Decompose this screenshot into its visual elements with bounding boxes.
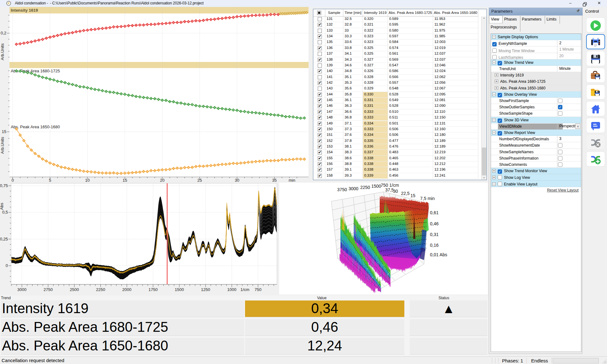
svg-text:1/cm: 1/cm: [241, 287, 249, 292]
svg-text:30: 30: [393, 189, 398, 194]
svg-text:15: 15: [123, 178, 127, 183]
svg-text:Intensity 1619: Intensity 1619: [11, 8, 38, 13]
svg-text:750 1/cm: 750 1/cm: [381, 183, 399, 188]
svg-text:Arb.Units: Arb.Units: [0, 43, 5, 60]
svg-text:35: 35: [272, 178, 277, 183]
svg-text:min: min: [289, 178, 295, 183]
svg-text:1500: 1500: [175, 287, 184, 292]
svg-text:3750: 3750: [337, 187, 347, 192]
svg-text:2250: 2250: [96, 287, 105, 292]
svg-text:2500: 2500: [70, 287, 79, 292]
svg-text:0,61: 0,61: [430, 210, 438, 215]
svg-text:1250: 1250: [201, 287, 210, 292]
svg-text:10: 10: [85, 178, 89, 183]
svg-text:1500: 1500: [371, 184, 381, 189]
svg-text:3000: 3000: [17, 287, 27, 292]
svg-text:0,2: 0,2: [1, 31, 6, 35]
svg-text:0,75: 0,75: [0, 183, 8, 188]
svg-text:15: 15: [2, 129, 6, 134]
svg-text:750: 750: [254, 287, 261, 292]
svg-text:Arb.Units: Arb.Units: [0, 137, 5, 154]
svg-text:1750: 1750: [149, 287, 158, 292]
svg-text:0,5: 0,5: [2, 210, 8, 215]
svg-text:0,01 Abs: 0,01 Abs: [430, 252, 447, 257]
svg-text:0,31: 0,31: [430, 232, 438, 237]
svg-text:0,16: 0,16: [430, 243, 438, 248]
svg-text:15: 15: [410, 193, 415, 198]
svg-text:0: 0: [6, 263, 8, 268]
svg-text:2000: 2000: [122, 287, 132, 292]
svg-text:5: 5: [49, 178, 51, 183]
svg-text:0: 0: [11, 178, 14, 183]
svg-text:3000: 3000: [348, 186, 358, 191]
svg-text:1000: 1000: [227, 287, 236, 292]
svg-text:22,5: 22,5: [401, 191, 409, 196]
svg-text:37,5: 37,5: [385, 187, 394, 192]
svg-text:Abs: Abs: [0, 203, 4, 210]
svg-text:0,25: 0,25: [0, 237, 8, 241]
svg-text:25: 25: [197, 178, 202, 183]
svg-text:0,46: 0,46: [430, 221, 438, 226]
svg-text:7,5 min: 7,5 min: [420, 196, 435, 201]
svg-text:2250: 2250: [360, 185, 370, 190]
svg-text:30: 30: [235, 178, 239, 183]
svg-text:20: 20: [160, 178, 164, 183]
svg-text:Abs. Peak Area 1650-1680: Abs. Peak Area 1650-1680: [11, 124, 60, 129]
svg-text:2750: 2750: [44, 287, 53, 292]
